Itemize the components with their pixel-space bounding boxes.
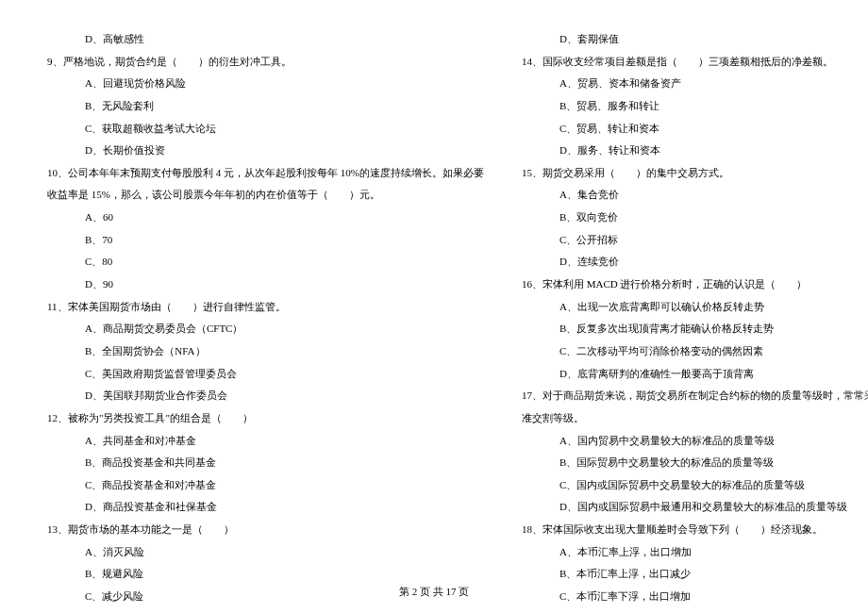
answer-option: A、商品期货交易委员会（CFTC） [47, 318, 484, 340]
answer-option: A、消灭风险 [47, 541, 484, 564]
answer-option: B、国际贸易中交易量较大的标准品的质量等级 [522, 452, 868, 474]
question-text: 17、对于商品期货来说，期货交易所在制定合约标的物的质量等级时，常常采用（ ）为… [522, 385, 868, 407]
question-text: 10、公司本年年末预期支付每股股利 4 元，从次年起股利按每年 10%的速度持续… [47, 162, 484, 185]
answer-option: A、集合竞价 [522, 184, 868, 207]
question-text: 16、宋体利用 MACD 进行价格分析时，正确的认识是（ ） [522, 273, 868, 296]
answer-option: C、公开招标 [522, 229, 868, 252]
answer-option: A、60 [47, 207, 484, 229]
answer-option: B、双向竞价 [522, 207, 868, 229]
question-text: 15、期货交易采用（ ）的集中交易方式。 [522, 162, 868, 185]
answer-option: D、连续竞价 [522, 251, 868, 273]
answer-option: D、商品投资基金和社保基金 [47, 496, 484, 519]
answer-option: C、80 [47, 251, 484, 273]
question-text: 11、宋体美国期货市场由（ ）进行自律性监管。 [47, 296, 484, 319]
answer-option: D、90 [47, 273, 484, 296]
answer-option: D、套期保值 [522, 28, 868, 51]
page-footer: 第 2 页 共 17 页 [0, 585, 868, 599]
answer-option: A、贸易、资本和储备资产 [522, 73, 868, 95]
answer-option: B、反复多次出现顶背离才能确认价格反转走势 [522, 318, 868, 340]
answer-option: D、高敏感性 [47, 28, 484, 51]
answer-option: D、服务、转让和资本 [522, 140, 868, 162]
question-text: 12、被称为"另类投资工具"的组合是（ ） [47, 407, 484, 430]
question-text: 9、严格地说，期货合约是（ ）的衍生对冲工具。 [47, 51, 484, 74]
answer-option: A、出现一次底背离即可以确认价格反转走势 [522, 296, 868, 319]
question-text: 14、国际收支经常项目差额是指（ ）三项差额相抵后的净差额。 [522, 51, 868, 74]
answer-option: B、无风险套利 [47, 95, 484, 118]
answer-option: A、本币汇率上浮，出口增加 [522, 541, 868, 564]
answer-option: B、规避风险 [47, 563, 484, 586]
answer-option: C、商品投资基金和对冲基金 [47, 474, 484, 497]
answer-option: B、70 [47, 229, 484, 252]
answer-option: D、底背离研判的准确性一般要高于顶背离 [522, 363, 868, 386]
answer-option: B、本币汇率上浮，出口减少 [522, 563, 868, 586]
question-text: 13、期货市场的基本功能之一是（ ） [47, 519, 484, 541]
answer-option: A、国内贸易中交易量较大的标准品的质量等级 [522, 430, 868, 453]
question-text: 准交割等级。 [522, 407, 868, 430]
answer-option: B、贸易、服务和转让 [522, 95, 868, 118]
answer-option: C、贸易、转让和资本 [522, 118, 868, 141]
answer-option: A、共同基金和对冲基金 [47, 430, 484, 453]
answer-option: A、回避现货价格风险 [47, 73, 484, 95]
left-column: D、高敏感性9、严格地说，期货合约是（ ）的衍生对冲工具。A、回避现货价格风险B… [47, 28, 484, 566]
answer-option: B、全国期货协会（NFA） [47, 340, 484, 363]
document-content: D、高敏感性9、严格地说，期货合约是（ ）的衍生对冲工具。A、回避现货价格风险B… [47, 28, 821, 566]
right-column: D、套期保值14、国际收支经常项目差额是指（ ）三项差额相抵后的净差额。A、贸易… [522, 28, 868, 566]
answer-option: C、国内或国际贸易中交易量较大的标准品的质量等级 [522, 474, 868, 497]
answer-option: C、美国政府期货监督管理委员会 [47, 363, 484, 386]
answer-option: D、国内或国际贸易中最通用和交易量较大的标准品的质量等级 [522, 496, 868, 519]
question-text: 18、宋体国际收支出现大量顺差时会导致下列（ ）经济现象。 [522, 519, 868, 541]
answer-option: B、商品投资基金和共同基金 [47, 452, 484, 474]
answer-option: D、美国联邦期货业合作委员会 [47, 385, 484, 407]
question-text: 收益率是 15%，那么，该公司股票今年年初的内在价值等于（ ）元。 [47, 184, 484, 207]
answer-option: C、获取超额收益考试大论坛 [47, 118, 484, 141]
answer-option: C、二次移动平均可消除价格变动的偶然因素 [522, 340, 868, 363]
answer-option: D、长期价值投资 [47, 140, 484, 162]
